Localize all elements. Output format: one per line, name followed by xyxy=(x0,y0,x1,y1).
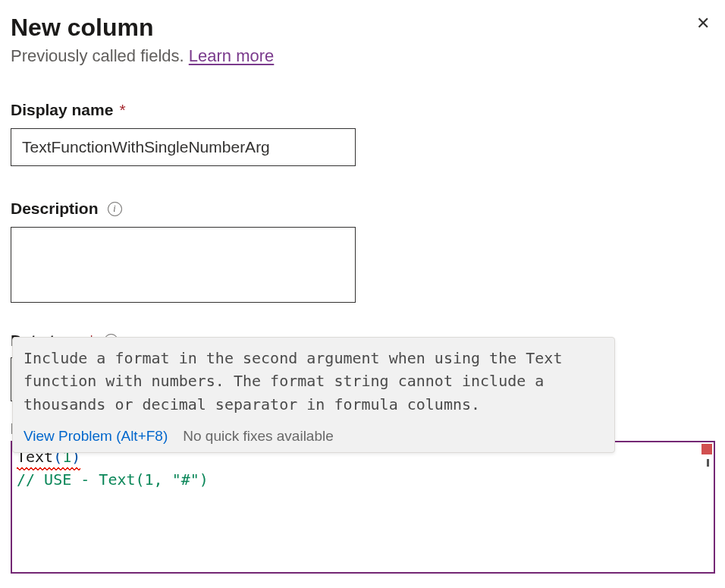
no-quick-fixes-text: No quick fixes available xyxy=(183,428,334,445)
close-icon[interactable]: ✕ xyxy=(692,14,714,33)
code-line-2: // USE - Text(1, "#") xyxy=(17,468,709,491)
panel-title: New column xyxy=(11,14,274,42)
learn-more-link[interactable]: Learn more xyxy=(189,46,275,65)
tooltip-message: Include a format in the second argument … xyxy=(24,347,604,416)
description-label: Description i xyxy=(11,200,714,218)
description-textarea[interactable] xyxy=(11,227,356,303)
display-name-label: Display name* xyxy=(11,101,714,119)
display-name-input[interactable] xyxy=(11,128,356,166)
scroll-error-marker xyxy=(701,444,712,454)
minimap-cursor xyxy=(707,459,709,467)
view-problem-link[interactable]: View Problem (Alt+F8) xyxy=(24,428,168,445)
info-icon[interactable]: i xyxy=(108,202,122,216)
display-name-label-text: Display name xyxy=(11,101,113,119)
subtitle-text: Previously called fields. xyxy=(11,46,189,65)
formula-editor[interactable]: Text(1) // USE - Text(1, "#") xyxy=(11,441,715,574)
error-tooltip: Include a format in the second argument … xyxy=(12,337,615,453)
panel-subtitle: Previously called fields. Learn more xyxy=(11,46,274,66)
required-asterisk: * xyxy=(119,101,125,119)
description-label-text: Description xyxy=(11,200,99,218)
error-squiggle xyxy=(17,467,80,470)
